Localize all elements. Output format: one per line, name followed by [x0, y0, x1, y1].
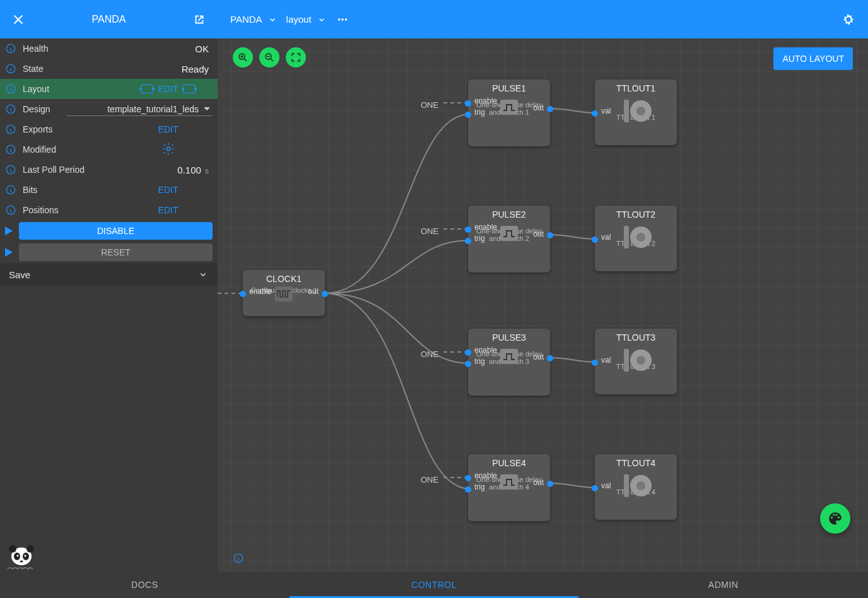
- topbar-right: PANDA layout: [218, 0, 868, 38]
- info-icon[interactable]: [5, 144, 16, 155]
- row-state: State Ready: [0, 59, 218, 79]
- health-value: OK: [124, 44, 213, 54]
- breadcrumb-child[interactable]: layout: [286, 14, 327, 25]
- tab-docs[interactable]: DOCS: [0, 572, 290, 598]
- port-val-label: val: [601, 107, 611, 115]
- row-poll: Last Poll Period 0.100 s: [0, 160, 218, 180]
- one-label: ONE: [421, 100, 438, 110]
- port-trig[interactable]: [465, 112, 471, 118]
- tab-control[interactable]: CONTROL: [290, 572, 579, 598]
- state-value: Ready: [124, 64, 213, 74]
- palette-fab[interactable]: [820, 503, 850, 534]
- info-icon[interactable]: [5, 124, 16, 135]
- info-icon[interactable]: [5, 103, 16, 115]
- node-ttlout4[interactable]: TTLOUT4 val TTL output 4: [595, 454, 677, 520]
- reset-button[interactable]: RESET: [19, 243, 213, 261]
- tab-admin[interactable]: ADMIN: [578, 572, 868, 598]
- svg-line-36: [271, 59, 273, 61]
- bits-label: Bits: [23, 185, 117, 195]
- node-ttlout3[interactable]: TTLOUT3 val TTL output 3: [595, 329, 677, 394]
- port-val[interactable]: [592, 360, 598, 366]
- row-health: Health OK: [0, 38, 218, 59]
- port-trig[interactable]: [465, 238, 471, 244]
- port-out[interactable]: [547, 106, 553, 112]
- info-icon[interactable]: [5, 43, 16, 54]
- disable-button[interactable]: DISABLE: [19, 222, 213, 240]
- modified-label: Modified: [23, 144, 117, 155]
- one-label: ONE: [421, 226, 438, 236]
- bnc-connector-icon: [624, 100, 652, 122]
- layout-edit[interactable]: EDIT: [124, 84, 213, 94]
- node-clock1[interactable]: CLOCK1 enable out Configurable clocks 1: [243, 270, 325, 316]
- node-pulse2[interactable]: PULSE2 enable trig out One-shot pulse de…: [468, 206, 550, 273]
- port-val[interactable]: [592, 110, 598, 117]
- one-label: ONE: [421, 475, 438, 484]
- port-val-label: val: [601, 356, 611, 365]
- node-ttlout1[interactable]: TTLOUT1 val TTL output 1: [595, 79, 677, 145]
- port-out-label: out: [533, 230, 544, 238]
- node-pulse3[interactable]: PULSE3 enable trig out One-shot pulse de…: [468, 329, 550, 396]
- svg-point-21: [167, 147, 170, 151]
- row-design: Design template_tutorial1_leds: [0, 99, 218, 119]
- clock-wave-icon: [275, 286, 293, 302]
- port-out[interactable]: [547, 355, 553, 361]
- svg-point-1: [341, 18, 344, 21]
- bnc-connector-icon: [624, 349, 652, 372]
- port-out[interactable]: [547, 232, 553, 238]
- port-val[interactable]: [592, 237, 598, 243]
- zoom-out-button[interactable]: [259, 47, 279, 67]
- info-icon[interactable]: [5, 164, 16, 175]
- gear-icon[interactable]: [842, 13, 855, 26]
- info-icon[interactable]: [5, 204, 16, 216]
- port-enable[interactable]: [465, 349, 471, 356]
- canvas-tools: [233, 47, 306, 67]
- node-pulse4[interactable]: PULSE4 enable trig out One-shot pulse de…: [468, 454, 550, 521]
- row-layout[interactable]: Layout EDIT: [0, 79, 218, 99]
- exports-label: Exports: [23, 124, 117, 134]
- node-pulse1[interactable]: PULSE1 enable trig out One-shot pulse de…: [468, 79, 550, 146]
- svg-point-47: [24, 554, 26, 556]
- port-trig[interactable]: [465, 361, 471, 367]
- exports-edit[interactable]: EDIT: [124, 124, 213, 134]
- node-title: TTLOUT1: [595, 79, 677, 95]
- save-expand[interactable]: Save: [0, 263, 218, 286]
- open-external-icon[interactable]: [192, 13, 206, 26]
- node-ttlout2[interactable]: TTLOUT2 val TTL output 2: [595, 206, 677, 271]
- design-select[interactable]: template_tutorial1_leds: [67, 103, 213, 116]
- close-icon[interactable]: [11, 13, 25, 26]
- node-title: PULSE1: [468, 79, 550, 95]
- pulse-icon: [500, 226, 518, 241]
- port-val[interactable]: [592, 485, 598, 491]
- svg-point-0: [337, 18, 340, 21]
- info-icon[interactable]: [5, 83, 16, 95]
- port-enable[interactable]: [465, 475, 471, 481]
- bits-edit[interactable]: EDIT: [124, 185, 213, 195]
- port-out-label: out: [533, 103, 544, 112]
- state-label: State: [23, 64, 117, 74]
- positions-label: Positions: [23, 205, 117, 215]
- positions-edit[interactable]: EDIT: [124, 205, 213, 215]
- port-out[interactable]: [547, 481, 553, 487]
- modified-gear-icon[interactable]: [124, 142, 213, 158]
- more-icon[interactable]: [336, 13, 349, 26]
- port-out[interactable]: [322, 291, 328, 297]
- port-enable[interactable]: [240, 291, 246, 297]
- svg-line-32: [244, 59, 247, 61]
- design-value: template_tutorial1_leds: [107, 104, 199, 114]
- canvas[interactable]: AUTO LAYOUT CLOCK1 enable o: [218, 38, 868, 572]
- port-enable[interactable]: [465, 226, 471, 233]
- port-enable[interactable]: [465, 100, 471, 107]
- zoom-in-button[interactable]: [233, 47, 253, 67]
- svg-point-42: [9, 545, 16, 553]
- port-trig[interactable]: [465, 486, 471, 493]
- info-icon[interactable]: [5, 63, 16, 74]
- port-enable-label: enable: [474, 471, 497, 480]
- fit-screen-button[interactable]: [286, 47, 306, 67]
- info-icon[interactable]: [5, 184, 16, 196]
- breadcrumb-root[interactable]: PANDA: [230, 14, 278, 25]
- bottombar: DOCS CONTROL ADMIN: [0, 572, 868, 598]
- canvas-info-icon[interactable]: [233, 553, 244, 564]
- pulse-icon: [500, 474, 518, 490]
- auto-layout-button[interactable]: AUTO LAYOUT: [773, 47, 853, 70]
- row-bits: Bits EDIT: [0, 180, 218, 200]
